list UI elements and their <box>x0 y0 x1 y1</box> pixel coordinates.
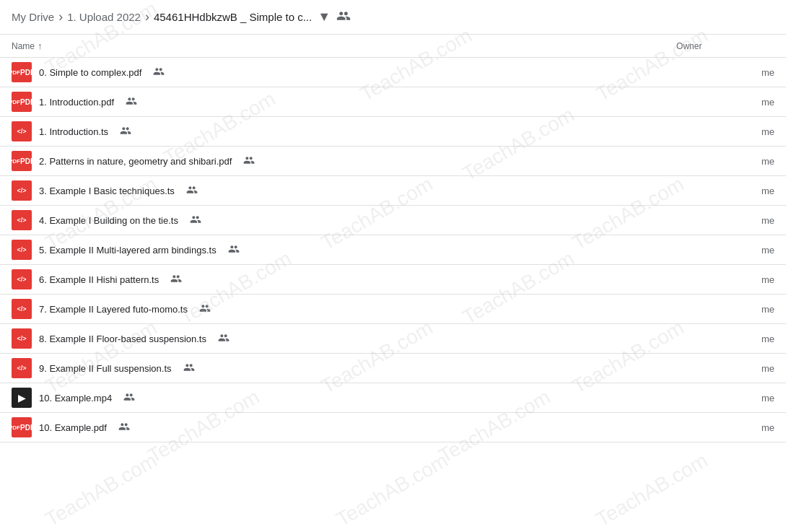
file-name[interactable]: 7. Example II Layered futo-momo.ts <box>39 304 188 315</box>
table-row[interactable]: PDF 2. Patterns in nature, geometry and … <box>0 147 786 176</box>
breadcrumb-share-icon[interactable] <box>336 9 351 25</box>
file-owner: me <box>665 354 786 383</box>
ts-icon: </> <box>12 328 32 349</box>
file-name[interactable]: 6. Example II Hishi pattern.ts <box>39 274 159 285</box>
ts-icon: </> <box>12 269 32 289</box>
file-name[interactable]: 9. Example II Full suspension.ts <box>39 363 172 374</box>
file-owner: me <box>665 206 786 235</box>
pdf-icon: PDF <box>12 151 32 171</box>
ts-icon: </> <box>12 210 32 230</box>
file-name[interactable]: 8. Example II Floor-based suspension.ts <box>39 333 206 344</box>
shared-icon[interactable] <box>218 332 230 346</box>
shared-icon[interactable] <box>118 421 130 435</box>
file-owner: me <box>665 383 786 413</box>
file-owner: me <box>665 295 786 324</box>
shared-icon[interactable] <box>190 214 201 227</box>
file-owner: me <box>665 235 786 265</box>
shared-icon[interactable] <box>228 243 240 257</box>
file-owner: me <box>665 413 786 442</box>
file-name[interactable]: 5. Example II Multi-layered arm bindings… <box>39 245 217 256</box>
ts-icon: </> <box>12 358 32 378</box>
shared-icon[interactable] <box>183 362 195 375</box>
file-name[interactable]: 1. Introduction.ts <box>39 126 108 137</box>
pdf-icon: PDF <box>12 92 32 112</box>
file-list: PDF 0. Simple to complex.pdf me PDF 1. I… <box>0 58 786 442</box>
breadcrumb: My Drive › 1. Upload 2022 › 45461HHdbkzw… <box>0 0 786 35</box>
file-name[interactable]: 3. Example I Basic techniques.ts <box>39 186 175 196</box>
file-owner: me <box>665 324 786 354</box>
file-name-cell: </> 9. Example II Full suspension.ts <box>12 358 653 378</box>
table-row[interactable]: </> 6. Example II Hishi pattern.ts me <box>0 265 786 295</box>
col-name-header[interactable]: Name ↑ <box>0 35 665 58</box>
file-name-cell: ▶ 10. Example.mp4 <box>12 388 653 408</box>
table-row[interactable]: </> 8. Example II Floor-based suspension… <box>0 324 786 354</box>
file-owner: me <box>665 176 786 206</box>
file-name-cell: </> 1. Introduction.ts <box>12 121 653 141</box>
table-row[interactable]: </> 5. Example II Multi-layered arm bind… <box>0 235 786 265</box>
shared-icon[interactable] <box>126 95 137 109</box>
breadcrumb-my-drive[interactable]: My Drive <box>12 11 54 23</box>
ts-icon: </> <box>12 299 32 319</box>
file-name[interactable]: 2. Patterns in nature, geometry and shib… <box>39 156 232 167</box>
file-owner: me <box>665 117 786 147</box>
file-name[interactable]: 4. Example I Building on the tie.ts <box>39 215 178 226</box>
file-name-cell: PDF 2. Patterns in nature, geometry and … <box>12 151 653 171</box>
file-name[interactable]: 1. Introduction.pdf <box>39 97 114 108</box>
pdf-icon: PDF <box>12 417 32 437</box>
table-row[interactable]: PDF 1. Introduction.pdf me <box>0 87 786 117</box>
file-name-cell: </> 8. Example II Floor-based suspension… <box>12 328 653 349</box>
file-name-cell: </> 3. Example I Basic techniques.ts <box>12 180 653 201</box>
col-owner-header: Owner <box>665 35 786 58</box>
breadcrumb-sep-1: › <box>58 9 63 25</box>
shared-icon[interactable] <box>153 66 165 79</box>
ts-icon: </> <box>12 180 32 201</box>
file-name[interactable]: 10. Example.pdf <box>39 422 107 433</box>
file-name-cell: PDF 0. Simple to complex.pdf <box>12 62 653 82</box>
table-header: Name ↑ Owner <box>0 35 786 58</box>
file-table: Name ↑ Owner PDF 0. Simple to complex.pd… <box>0 35 786 442</box>
pdf-icon: PDF <box>12 62 32 82</box>
shared-icon[interactable] <box>120 125 131 139</box>
file-name-cell: </> 4. Example I Building on the tie.ts <box>12 210 653 230</box>
mp4-icon: ▶ <box>12 388 32 408</box>
breadcrumb-sep-2: › <box>145 9 149 25</box>
file-owner: me <box>665 265 786 295</box>
shared-icon[interactable] <box>170 273 182 287</box>
file-name-cell: </> 7. Example II Layered futo-momo.ts <box>12 299 653 319</box>
file-name-cell: PDF 10. Example.pdf <box>12 417 653 437</box>
file-name[interactable]: 0. Simple to complex.pdf <box>39 67 141 78</box>
table-row[interactable]: PDF 10. Example.pdf me <box>0 413 786 442</box>
file-name-cell: </> 5. Example II Multi-layered arm bind… <box>12 240 653 260</box>
breadcrumb-current-folder: 45461HHdbkzwB _ Simple to c... <box>154 11 312 23</box>
shared-icon[interactable] <box>186 184 198 198</box>
file-owner: me <box>665 87 786 117</box>
table-row[interactable]: </> 3. Example I Basic techniques.ts me <box>0 176 786 206</box>
file-name-cell: </> 6. Example II Hishi pattern.ts <box>12 269 653 289</box>
table-row[interactable]: </> 4. Example I Building on the tie.ts … <box>0 206 786 235</box>
breadcrumb-upload-2022[interactable]: 1. Upload 2022 <box>67 11 141 23</box>
breadcrumb-dropdown-icon[interactable]: ▼ <box>318 9 331 25</box>
table-row[interactable]: </> 9. Example II Full suspension.ts me <box>0 354 786 383</box>
sort-icon: ↑ <box>38 40 43 51</box>
file-owner: me <box>665 147 786 176</box>
table-row[interactable]: PDF 0. Simple to complex.pdf me <box>0 58 786 87</box>
breadcrumb-actions: ▼ <box>318 9 351 25</box>
table-row[interactable]: ▶ 10. Example.mp4 me <box>0 383 786 413</box>
table-row[interactable]: </> 1. Introduction.ts me <box>0 117 786 147</box>
file-name-cell: PDF 1. Introduction.pdf <box>12 92 653 112</box>
ts-icon: </> <box>12 240 32 260</box>
table-row[interactable]: </> 7. Example II Layered futo-momo.ts m… <box>0 295 786 324</box>
ts-icon: </> <box>12 121 32 141</box>
shared-icon[interactable] <box>243 154 255 168</box>
shared-icon[interactable] <box>199 302 211 316</box>
file-owner: me <box>665 58 786 87</box>
shared-icon[interactable] <box>123 391 135 405</box>
file-name[interactable]: 10. Example.mp4 <box>39 393 112 404</box>
